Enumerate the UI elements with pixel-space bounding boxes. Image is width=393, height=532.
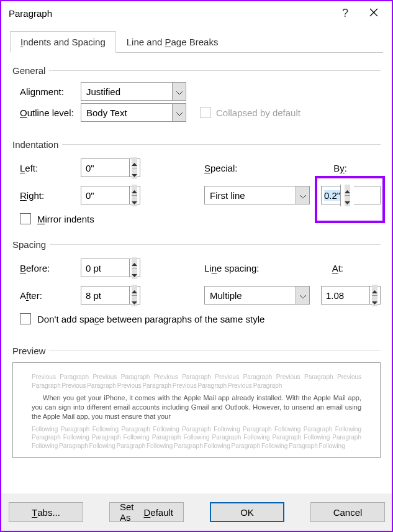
group-indentation: Indentation Left: Special: By: [12,135,381,224]
dont-add-space-label: Don't add space between paragraphs of th… [37,314,264,324]
collapsed-checkbox [200,107,211,118]
triangle-down-icon [345,196,350,206]
paragraph-dialog: Paragraph ? Indents and Spacing Line and… [0,0,393,532]
triangle-up-icon [345,185,350,195]
at-input[interactable] [322,287,369,304]
triangle-down-icon [132,168,137,179]
tab-indents-spacing[interactable]: Indents and Spacing [10,31,116,53]
group-general: General Alignment: Justified Outline lev… [12,62,381,124]
triangle-up-icon [132,157,137,168]
before-up-button[interactable] [132,257,137,268]
mirror-checkbox[interactable] [20,213,31,224]
tab-strip: Indents and Spacing Line and Page Breaks [1,25,392,53]
cancel-button[interactable]: Cancel [310,502,385,522]
close-icon [369,8,378,19]
svg-marker-12 [372,290,377,293]
by-label: By: [333,163,347,173]
dialog-content: General Alignment: Justified Outline lev… [1,53,392,493]
right-down-button[interactable] [132,196,137,206]
before-label: Before: [12,263,81,273]
special-value: First line [205,186,296,204]
alignment-dropdown-button[interactable] [172,83,186,100]
outline-combobox[interactable]: Body Text [81,103,186,122]
tab-line-page-breaks[interactable]: Line and Page Breaks [116,31,229,53]
triangle-down-icon [132,296,137,306]
svg-marker-2 [132,163,137,166]
legend-indentation: Indentation [12,139,58,150]
right-spinner[interactable] [81,186,140,204]
after-down-button[interactable] [132,296,137,306]
outline-value: Body Text [81,104,172,121]
right-up-button[interactable] [132,185,137,196]
group-spacing: Spacing Before: Line spacing: At: [12,236,381,324]
line-spacing-dropdown[interactable]: Multiple [204,286,310,305]
after-input[interactable] [81,287,129,304]
left-label: Left: [12,163,81,173]
line-spacing-value: Multiple [205,287,296,304]
svg-marker-13 [372,301,377,305]
mirror-label: Mirror indents [37,214,94,224]
titlebar: Paragraph ? [1,1,392,25]
triangle-down-icon [132,196,137,206]
after-spinner[interactable] [81,286,140,305]
before-spinner[interactable] [81,259,140,277]
by-down-button[interactable] [345,196,350,206]
left-up-button[interactable] [132,157,137,168]
triangle-down-icon [372,296,377,306]
before-input[interactable] [81,259,129,277]
left-down-button[interactable] [132,168,137,179]
preview-box: Previous Paragraph Previous Paragraph Pr… [12,362,381,458]
help-button[interactable]: ? [331,4,359,22]
at-spinner[interactable] [321,286,381,305]
svg-marker-7 [345,201,350,204]
special-label: Special: [204,163,279,173]
line-spacing-dropdown-button[interactable] [296,287,309,304]
close-button[interactable] [359,4,388,22]
ok-button[interactable]: OK [210,502,284,522]
triangle-up-icon [132,285,137,295]
preview-sample: When you get your iPhone, it comes with … [32,393,361,421]
preview-following: Following Paragraph Following Paragraph … [32,425,361,451]
chevron-down-icon [300,190,306,201]
collapsed-label: Collapsed by default [216,108,300,118]
set-as-default-button[interactable]: Set As Default [109,502,184,522]
at-down-button[interactable] [372,296,377,306]
right-input[interactable] [81,186,129,204]
special-dropdown[interactable]: First line [204,186,310,204]
by-spinner[interactable]: 0.2" [321,186,381,204]
svg-marker-8 [132,263,137,266]
alignment-combobox[interactable]: Justified [81,82,186,101]
legend-spacing: Spacing [12,239,46,250]
help-icon: ? [342,7,348,20]
by-up-button[interactable] [345,185,350,196]
svg-marker-5 [132,201,137,204]
at-up-button[interactable] [372,285,377,296]
after-label: After: [12,290,81,301]
after-up-button[interactable] [132,285,137,296]
right-label: Right: [12,190,81,201]
svg-marker-10 [132,290,137,293]
triangle-up-icon [132,185,137,195]
triangle-up-icon [132,257,137,268]
dont-add-space-checkbox[interactable] [20,313,31,324]
line-spacing-label: Line spacing: [204,263,279,273]
button-bar: Tabs... Set As Default OK Cancel [1,493,392,531]
alignment-value: Justified [81,83,172,100]
chevron-down-icon [300,290,306,301]
preview-previous: Previous Paragraph Previous Paragraph Pr… [32,373,361,390]
tabs-button[interactable]: Tabs... [9,502,83,522]
before-down-button[interactable] [132,268,137,279]
svg-marker-9 [132,274,137,277]
svg-marker-6 [345,190,350,193]
outline-dropdown-button[interactable] [172,104,186,121]
svg-marker-11 [132,301,137,305]
special-dropdown-button[interactable] [296,186,309,204]
at-label: At: [332,263,343,273]
legend-preview: Preview [12,346,45,356]
svg-marker-4 [132,190,137,193]
left-input[interactable] [81,159,129,177]
chevron-down-icon [176,86,183,97]
svg-marker-3 [132,174,137,177]
left-spinner[interactable] [81,158,140,177]
chevron-down-icon [176,108,183,118]
